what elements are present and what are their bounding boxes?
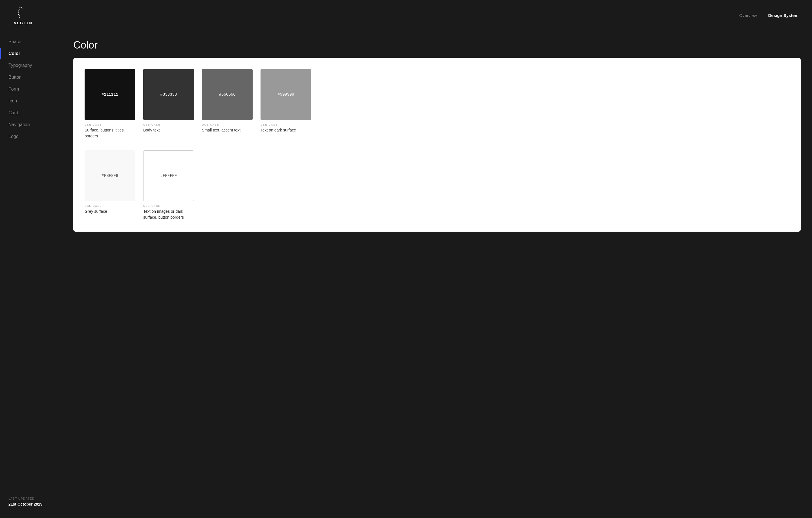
use-case-label-999999: USE CASE xyxy=(261,123,311,126)
use-case-label-f8f8f8: USE CASE xyxy=(85,205,135,208)
sidebar-item-label-typography: Typography xyxy=(8,63,32,68)
color-row-1: #111111 USE CASE Surface, buttons, title… xyxy=(85,69,789,139)
sidebar-item-button[interactable]: Button xyxy=(8,72,54,83)
sidebar-item-label-form: Form xyxy=(8,87,19,92)
last-updated-date: 21st October 2019 xyxy=(8,502,54,507)
active-indicator xyxy=(0,48,1,59)
header: ALBION Overview Design System xyxy=(0,0,812,31)
nav-design-system[interactable]: Design System xyxy=(768,13,799,18)
color-item-333333: #333333 USE CASE Body text xyxy=(143,69,194,139)
color-swatch-333333: #333333 xyxy=(143,69,194,120)
sidebar-item-label-button: Button xyxy=(8,75,22,80)
color-swatch-111111: #111111 xyxy=(85,69,135,120)
color-hex-f8f8f8: #F8F8F8 xyxy=(102,173,118,178)
color-hex-333333: #333333 xyxy=(161,92,177,97)
color-swatch-999999: #999999 xyxy=(261,69,311,120)
logo-area: ALBION xyxy=(13,6,33,25)
color-hex-666666: #666666 xyxy=(219,92,236,97)
use-case-label-ffffff: USE CASE xyxy=(143,205,194,208)
sidebar-item-label-navigation: Navigation xyxy=(8,122,30,127)
sidebar-item-color[interactable]: Color xyxy=(8,48,54,59)
logo-text: ALBION xyxy=(13,21,33,25)
color-item-999999: #999999 USE CASE Text on dark surface xyxy=(261,69,311,139)
sidebar-item-typography[interactable]: Typography xyxy=(8,60,54,71)
sidebar: Space Color Typography Button Form Icon … xyxy=(0,31,62,518)
sidebar-item-label-icon: Icon xyxy=(8,99,17,104)
use-case-text-f8f8f8: Grey surface xyxy=(85,209,135,214)
sidebar-item-label-color: Color xyxy=(8,51,20,56)
sidebar-item-card[interactable]: Card xyxy=(8,108,54,118)
page-title: Color xyxy=(73,39,801,51)
sidebar-footer: LAST UPDATED 21st October 2019 xyxy=(0,489,62,515)
main-nav: Overview Design System xyxy=(739,13,799,18)
color-swatch-f8f8f8: #F8F8F8 xyxy=(85,151,135,201)
main-layout: Space Color Typography Button Form Icon … xyxy=(0,31,812,518)
use-case-text-999999: Text on dark surface xyxy=(261,127,311,133)
use-case-text-111111: Surface, buttons, titles, borders xyxy=(85,127,135,139)
sidebar-item-space[interactable]: Space xyxy=(8,36,54,47)
last-updated-label: LAST UPDATED xyxy=(8,497,54,500)
nav-overview[interactable]: Overview xyxy=(739,13,757,18)
color-row-2: #F8F8F8 USE CASE Grey surface #FFFFFF US… xyxy=(85,151,789,220)
color-panel: #111111 USE CASE Surface, buttons, title… xyxy=(73,58,801,231)
color-swatch-666666: #666666 xyxy=(202,69,253,120)
use-case-text-666666: Small text, accent text xyxy=(202,127,253,133)
use-case-label-333333: USE CASE xyxy=(143,123,194,126)
color-item-f8f8f8: #F8F8F8 USE CASE Grey surface xyxy=(85,151,135,220)
color-hex-111111: #111111 xyxy=(102,92,118,97)
albion-logo-icon xyxy=(13,6,28,20)
color-grid: #111111 USE CASE Surface, buttons, title… xyxy=(85,69,789,220)
color-item-111111: #111111 USE CASE Surface, buttons, title… xyxy=(85,69,135,139)
use-case-text-333333: Body text xyxy=(143,127,194,133)
color-hex-ffffff: #FFFFFF xyxy=(161,173,177,178)
use-case-label-111111: USE CASE xyxy=(85,123,135,126)
content-area: Color #111111 USE CASE Surface, buttons,… xyxy=(62,31,812,518)
sidebar-nav: Space Color Typography Button Form Icon … xyxy=(0,36,62,489)
sidebar-item-label-space: Space xyxy=(8,39,21,44)
color-item-666666: #666666 USE CASE Small text, accent text xyxy=(202,69,253,139)
use-case-label-666666: USE CASE xyxy=(202,123,253,126)
sidebar-item-form[interactable]: Form xyxy=(8,84,54,94)
color-swatch-ffffff: #FFFFFF xyxy=(143,151,194,201)
color-item-ffffff: #FFFFFF USE CASE Text on images or dark … xyxy=(143,151,194,220)
use-case-text-ffffff: Text on images or dark surface, button b… xyxy=(143,209,194,220)
sidebar-item-navigation[interactable]: Navigation xyxy=(8,119,54,130)
sidebar-item-logo[interactable]: Logo xyxy=(8,131,54,142)
color-hex-999999: #999999 xyxy=(278,92,294,97)
sidebar-item-icon[interactable]: Icon xyxy=(8,96,54,106)
sidebar-item-label-card: Card xyxy=(8,110,18,115)
sidebar-item-label-logo: Logo xyxy=(8,134,19,139)
